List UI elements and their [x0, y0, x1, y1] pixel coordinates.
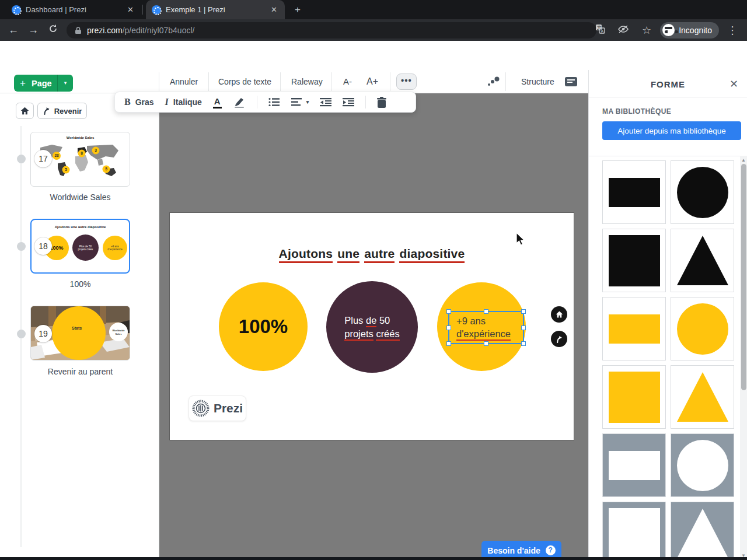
add-from-library-button[interactable]: Ajouter depuis ma bibliothèque — [602, 121, 741, 140]
structure-button[interactable]: Structure — [521, 70, 554, 93]
prezi-favicon — [152, 5, 161, 15]
bullet-list-button[interactable] — [268, 97, 280, 107]
square-shape — [609, 508, 660, 559]
resize-handle-w[interactable] — [446, 326, 451, 330]
svg-text:Sales: Sales — [116, 332, 123, 335]
svg-text:23: 23 — [54, 153, 59, 158]
timeline-dot — [17, 330, 26, 338]
shape-tile-circle[interactable] — [671, 297, 734, 360]
delete-button[interactable] — [377, 97, 386, 108]
shape-tile-square[interactable] — [602, 502, 666, 560]
tab-close-icon[interactable]: ✕ — [269, 5, 279, 14]
text-style-button[interactable]: Corps de texte — [218, 70, 271, 93]
shape-tile-triangle[interactable] — [671, 365, 734, 429]
outdent-button[interactable] — [320, 98, 331, 107]
shape-tile-square[interactable] — [602, 365, 666, 429]
slide-title[interactable]: Ajoutonsuneautrediapositive — [170, 247, 574, 261]
resize-handle-sw[interactable] — [446, 341, 451, 346]
triangle-shape — [677, 236, 728, 285]
resize-handle-ne[interactable] — [521, 309, 526, 314]
bookmark-star-icon[interactable]: ☆ — [637, 24, 657, 37]
shape-tile-triangle[interactable] — [671, 229, 734, 292]
incognito-badge: Incognito — [660, 22, 719, 38]
shape-tile-rectangle[interactable] — [602, 160, 666, 224]
new-tab-button[interactable]: + — [291, 3, 305, 17]
eye-off-icon[interactable] — [613, 24, 633, 36]
more-options-button[interactable]: ••• — [396, 74, 417, 90]
thumb-circle-projects: Plus de 50 projets créés — [72, 235, 99, 261]
shape-tile-square[interactable] — [602, 229, 666, 292]
italic-button[interactable]: I Italique — [165, 97, 202, 107]
page-dropdown-icon[interactable]: ▾ — [57, 75, 73, 92]
tab-close-icon[interactable]: ✕ — [125, 5, 135, 14]
circle-100-percent[interactable]: 100% — [219, 282, 308, 371]
thumb-circle-experience: +9 ans d'expérience — [103, 236, 127, 260]
question-icon: ? — [546, 545, 556, 555]
resize-handle-nw[interactable] — [446, 309, 451, 314]
reload-icon[interactable] — [43, 24, 63, 36]
current-slide[interactable]: Ajoutonsuneautrediapositive 100% Plus de… — [170, 213, 574, 440]
resize-handle-se[interactable] — [521, 341, 526, 346]
add-page-button[interactable]: + Page ▾ — [14, 75, 73, 92]
return-arrow-icon — [43, 107, 50, 115]
font-decrease-button[interactable]: A- — [343, 70, 352, 93]
undo-button[interactable]: Annuler — [170, 70, 198, 93]
font-increase-button[interactable]: A+ — [366, 70, 378, 93]
italic-icon: I — [165, 97, 169, 107]
slide-back-button[interactable] — [551, 331, 567, 347]
slides-sidebar: Revenir Worldwide Sales 23 8 3 5 — [0, 93, 159, 560]
forward-icon[interactable]: → — [23, 24, 43, 36]
slide-number-badge: 19 — [34, 325, 52, 342]
resize-handle-e[interactable] — [521, 326, 526, 330]
svg-text:5: 5 — [65, 167, 67, 172]
shapes-grid — [602, 160, 734, 560]
highlighter-button[interactable] — [233, 96, 246, 108]
shape-tile-triangle[interactable] — [671, 502, 734, 560]
text-color-button[interactable]: A — [213, 96, 222, 108]
tab-dashboard[interactable]: Dashboard | Prezi ✕ — [6, 0, 141, 19]
incognito-icon — [662, 24, 675, 36]
browser-menu-icon[interactable]: ⋮ — [722, 24, 742, 37]
slide-number-badge: 17 — [34, 150, 52, 167]
shape-tile-circle[interactable] — [671, 433, 734, 497]
back-icon[interactable]: ← — [4, 24, 23, 36]
svg-text:5: 5 — [105, 167, 107, 171]
resize-handle-s[interactable] — [484, 341, 488, 346]
resize-handle-n[interactable] — [484, 309, 488, 314]
selected-text-box[interactable]: +9 ans d'expérience — [448, 311, 524, 344]
home-button[interactable] — [16, 103, 34, 119]
translate-icon[interactable]: 文A — [590, 24, 610, 37]
animation-icon[interactable] — [487, 76, 501, 87]
font-family-button[interactable]: Raleway — [291, 70, 323, 93]
align-button[interactable]: ▾ — [291, 98, 309, 106]
shape-tile-circle[interactable] — [671, 160, 734, 224]
svg-text:8: 8 — [81, 151, 83, 155]
shape-tile-rectangle[interactable] — [602, 297, 666, 360]
slide-number-badge: 18 — [34, 237, 52, 255]
navbar-right: 文A ☆ Incognito ⋮ — [590, 19, 747, 41]
close-panel-icon[interactable]: ✕ — [729, 78, 738, 90]
back-to-parent-button[interactable]: Revenir — [37, 103, 87, 119]
prezi-logo-icon — [192, 400, 210, 417]
circle-projects[interactable]: Plus de 50 projets créés — [326, 281, 418, 373]
shape-tile-rectangle[interactable] — [602, 433, 666, 497]
svg-text:Worldwide: Worldwide — [112, 329, 125, 332]
address-bar[interactable]: prezi.com/p/edit/niyl07b4uocl/ — [67, 22, 596, 38]
slide-caption: Revenir au parent — [30, 367, 130, 376]
thumb-title: Worldwide Sales — [31, 136, 130, 139]
panel-scrollbar[interactable]: ▲ ▼ — [740, 156, 747, 560]
slide-home-button[interactable] — [551, 306, 567, 323]
timeline-dot — [17, 155, 26, 163]
tab-exemple1[interactable]: Exemple 1 | Prezi ✕ — [146, 0, 285, 19]
bold-button[interactable]: B Gras — [124, 97, 154, 107]
structure-icon[interactable] — [565, 77, 577, 86]
editor-canvas[interactable]: Ajoutonsuneautrediapositive 100% Plus de… — [159, 93, 588, 560]
lock-icon — [75, 26, 82, 34]
tab-divider — [142, 5, 143, 15]
scrollbar-thumb[interactable] — [741, 164, 746, 390]
prezi-editor-window: Dashboard | Prezi ✕ Exemple 1 | Prezi ✕ … — [0, 0, 747, 560]
browser-tab-strip: Dashboard | Prezi ✕ Exemple 1 | Prezi ✕ … — [0, 0, 747, 19]
home-icon — [20, 107, 29, 115]
scroll-up-icon[interactable]: ▲ — [740, 158, 747, 163]
indent-button[interactable] — [343, 98, 354, 107]
